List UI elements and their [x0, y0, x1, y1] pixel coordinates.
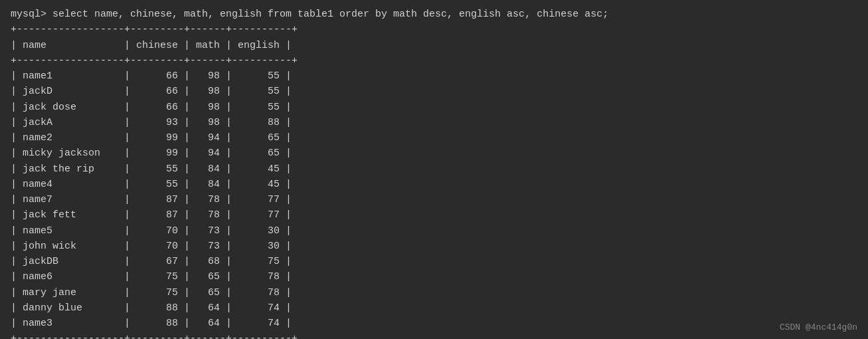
- table-row: | jack fett | 87 | 78 | 77 |: [11, 207, 857, 223]
- table-row: | name3 | 88 | 64 | 74 |: [11, 316, 857, 331]
- separator-top: +------------------+---------+------+---…: [11, 22, 857, 37]
- table-row: | john wick | 70 | 73 | 30 |: [11, 239, 857, 254]
- table-row: | jack the rip | 55 | 84 | 45 |: [11, 162, 857, 177]
- table-row: | name5 | 70 | 73 | 30 |: [11, 223, 857, 239]
- table-row: | jackDB | 67 | 68 | 75 |: [11, 254, 857, 269]
- table-row: | mary jane | 75 | 65 | 78 |: [11, 285, 857, 300]
- table-row: | name2 | 99 | 94 | 65 |: [11, 130, 857, 146]
- table-row: | name7 | 87 | 78 | 77 |: [11, 192, 857, 207]
- table-rows: | name1 | 66 | 98 | 55 || jackD | 66 | 9…: [11, 68, 857, 331]
- table-row: | jack dose | 66 | 98 | 55 |: [11, 100, 857, 115]
- terminal: mysql> select name, chinese, math, engli…: [11, 7, 857, 332]
- table-row: | danny blue | 88 | 64 | 74 |: [11, 300, 857, 316]
- table-row: | name1 | 66 | 98 | 55 |: [11, 68, 857, 84]
- command-line: mysql> select name, chinese, math, engli…: [11, 7, 857, 22]
- table-row: | name6 | 75 | 65 | 78 |: [11, 269, 857, 284]
- table-row: | jackA | 93 | 98 | 88 |: [11, 115, 857, 130]
- table-row: | jackD | 66 | 98 | 55 |: [11, 84, 857, 99]
- separator-mid: +------------------+---------+------+---…: [11, 53, 857, 68]
- separator-bot: +------------------+---------+------+---…: [11, 331, 857, 339]
- table-row: | micky jackson | 99 | 94 | 65 |: [11, 146, 857, 161]
- table-header: | name | chinese | math | english |: [11, 38, 857, 53]
- table-row: | name4 | 55 | 84 | 45 |: [11, 177, 857, 192]
- watermark: CSDN @4nc414g0n: [780, 322, 857, 332]
